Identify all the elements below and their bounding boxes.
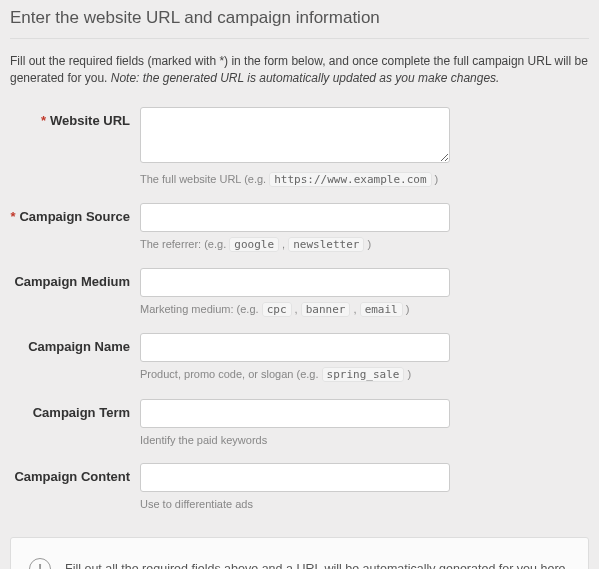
campaign-content-input[interactable] [140, 463, 450, 492]
hint-website-url: The full website URL (e.g. https://www.e… [140, 172, 450, 187]
row-website-url: *Website URL The full website URL (e.g. … [10, 107, 589, 187]
hint-code: email [360, 302, 403, 317]
label-campaign-source: *Campaign Source [10, 203, 140, 224]
hint-campaign-term: Identify the paid keywords [140, 433, 450, 447]
intro-note: Note: the generated URL is automatically… [111, 71, 500, 85]
hint-campaign-source: The referrer: (e.g. google , newsletter … [140, 237, 450, 252]
label-campaign-name: Campaign Name [10, 333, 140, 354]
hint-campaign-name: Product, promo code, or slogan (e.g. spr… [140, 367, 450, 382]
hint-code: spring_sale [322, 367, 405, 382]
required-mark: * [10, 209, 15, 224]
campaign-medium-input[interactable] [140, 268, 450, 297]
row-campaign-content: Campaign Content Use to differentiate ad… [10, 463, 589, 511]
hint-code: google [229, 237, 279, 252]
website-url-input[interactable] [140, 107, 450, 163]
campaign-source-input[interactable] [140, 203, 450, 232]
required-mark: * [41, 113, 46, 128]
campaign-name-input[interactable] [140, 333, 450, 362]
label-text: Campaign Name [28, 339, 130, 354]
hint-code: banner [301, 302, 351, 317]
info-icon: ! [29, 558, 51, 569]
hint-campaign-content: Use to differentiate ads [140, 497, 450, 511]
campaign-term-input[interactable] [140, 399, 450, 428]
hint-code: cpc [262, 302, 292, 317]
intro-text: Fill out the required fields (marked wit… [10, 53, 589, 87]
label-website-url: *Website URL [10, 107, 140, 128]
output-url-box: ! Fill out all the required fields above… [10, 537, 589, 569]
label-text: Campaign Medium [14, 274, 130, 289]
output-message: Fill out all the required fields above a… [65, 562, 569, 569]
section-heading: Enter the website URL and campaign infor… [10, 8, 589, 39]
label-text: Website URL [50, 113, 130, 128]
row-campaign-term: Campaign Term Identify the paid keywords [10, 399, 589, 447]
row-campaign-source: *Campaign Source The referrer: (e.g. goo… [10, 203, 589, 252]
row-campaign-medium: Campaign Medium Marketing medium: (e.g. … [10, 268, 589, 317]
label-campaign-content: Campaign Content [10, 463, 140, 484]
row-campaign-name: Campaign Name Product, promo code, or sl… [10, 333, 589, 382]
label-campaign-term: Campaign Term [10, 399, 140, 420]
label-text: Campaign Content [14, 469, 130, 484]
hint-code: https://www.example.com [269, 172, 431, 187]
label-text: Campaign Source [19, 209, 130, 224]
hint-code: newsletter [288, 237, 364, 252]
label-text: Campaign Term [33, 405, 130, 420]
label-campaign-medium: Campaign Medium [10, 268, 140, 289]
hint-campaign-medium: Marketing medium: (e.g. cpc , banner , e… [140, 302, 450, 317]
